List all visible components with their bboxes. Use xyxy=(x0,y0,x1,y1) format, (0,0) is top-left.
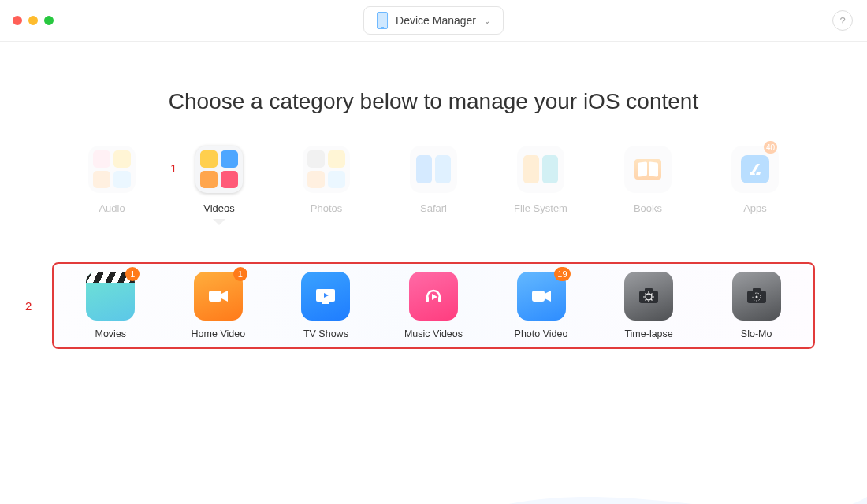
appstore-icon xyxy=(741,155,769,183)
decorative-wave xyxy=(0,458,867,504)
svg-rect-19 xyxy=(645,288,653,291)
category-label: Apps xyxy=(743,202,767,214)
category-tile: 40 xyxy=(731,146,779,193)
category-label: Photos xyxy=(311,202,342,214)
annotation-step-2: 2 xyxy=(25,299,32,313)
book-icon xyxy=(634,159,661,180)
timelapse-icon xyxy=(624,272,673,321)
homevideo-icon: 1 xyxy=(194,272,243,321)
maximize-window-button[interactable] xyxy=(44,16,54,25)
category-label: File System xyxy=(514,202,567,214)
badge-count: 40 xyxy=(764,141,777,154)
category-photos[interactable]: Photos xyxy=(295,146,358,225)
subcategory-row: 1Movies1Home VideoTV ShowsMusic Videos19… xyxy=(57,272,810,339)
tvshows-icon xyxy=(301,272,350,321)
phone-icon xyxy=(377,12,388,29)
category-label: Videos xyxy=(203,202,235,214)
category-books[interactable]: Books xyxy=(616,146,679,225)
device-manager-label: Device Manager xyxy=(396,14,476,27)
minimize-window-button[interactable] xyxy=(28,16,38,25)
chevron-down-icon: ⌄ xyxy=(484,17,490,25)
subcategory-musicvideos[interactable]: Music Videos xyxy=(398,272,469,339)
subcategory-tvshows[interactable]: TV Shows xyxy=(290,272,361,339)
help-button[interactable]: ? xyxy=(832,10,853,31)
subcategory-photovideo[interactable]: 19Photo Video xyxy=(506,272,577,339)
svg-point-22 xyxy=(755,296,757,298)
subcategory-label: Movies xyxy=(95,328,126,339)
subcategory-movies[interactable]: 1Movies xyxy=(75,272,146,339)
subcategory-homevideo[interactable]: 1Home Video xyxy=(183,272,254,339)
svg-marker-7 xyxy=(432,294,437,300)
movies-icon: 1 xyxy=(86,272,135,321)
category-apps[interactable]: 40Apps xyxy=(724,146,787,225)
musicvideos-icon xyxy=(409,272,458,321)
category-tile xyxy=(88,146,136,193)
badge-count: 1 xyxy=(125,267,140,281)
subcategory-timelapse[interactable]: Time-lapse xyxy=(613,272,684,339)
category-filesystem[interactable]: File System xyxy=(509,146,572,225)
category-tile xyxy=(303,146,350,193)
svg-rect-5 xyxy=(426,296,429,302)
svg-rect-1 xyxy=(209,291,221,302)
category-tile xyxy=(517,146,564,193)
subcategory-label: Slo-Mo xyxy=(741,328,772,339)
badge-count: 1 xyxy=(233,267,247,281)
main-content: Choose a category below to manage your i… xyxy=(0,89,867,504)
category-safari[interactable]: Safari xyxy=(402,146,465,225)
category-tile xyxy=(195,146,243,193)
subcategory-panel: 2 1Movies1Home VideoTV ShowsMusic Videos… xyxy=(52,262,815,349)
subcategory-label: Time-lapse xyxy=(624,328,672,339)
badge-count: 19 xyxy=(554,267,570,281)
close-window-button[interactable] xyxy=(13,16,22,25)
category-row: Audio1VideosPhotosSafariFile SystemBooks… xyxy=(0,146,867,225)
active-indicator-icon xyxy=(213,219,225,225)
slomo-icon xyxy=(732,272,781,321)
help-icon: ? xyxy=(839,15,845,27)
subcategory-label: Home Video xyxy=(192,328,246,339)
device-manager-dropdown[interactable]: Device Manager ⌄ xyxy=(363,6,504,35)
subcategory-label: Music Videos xyxy=(404,328,463,339)
titlebar: Device Manager ⌄ ? xyxy=(0,0,867,42)
svg-rect-4 xyxy=(322,302,329,304)
subcategory-slomo[interactable]: Slo-Mo xyxy=(721,272,792,339)
svg-rect-23 xyxy=(753,288,761,291)
category-tile xyxy=(410,146,457,193)
category-audio[interactable]: Audio xyxy=(80,146,143,225)
svg-rect-8 xyxy=(532,291,545,302)
photovideo-icon: 19 xyxy=(517,272,566,321)
category-tile xyxy=(624,146,672,193)
category-label: Books xyxy=(634,202,662,214)
category-label: Safari xyxy=(420,202,447,214)
category-videos[interactable]: 1Videos xyxy=(188,146,251,225)
annotation-step-1: 1 xyxy=(170,161,177,175)
window-controls xyxy=(13,16,54,25)
svg-rect-6 xyxy=(438,296,441,302)
divider xyxy=(0,243,867,243)
subcategory-label: Photo Video xyxy=(515,328,568,339)
subcategory-label: TV Shows xyxy=(303,328,348,339)
category-label: Audio xyxy=(99,202,125,214)
page-heading: Choose a category below to manage your i… xyxy=(0,89,867,114)
